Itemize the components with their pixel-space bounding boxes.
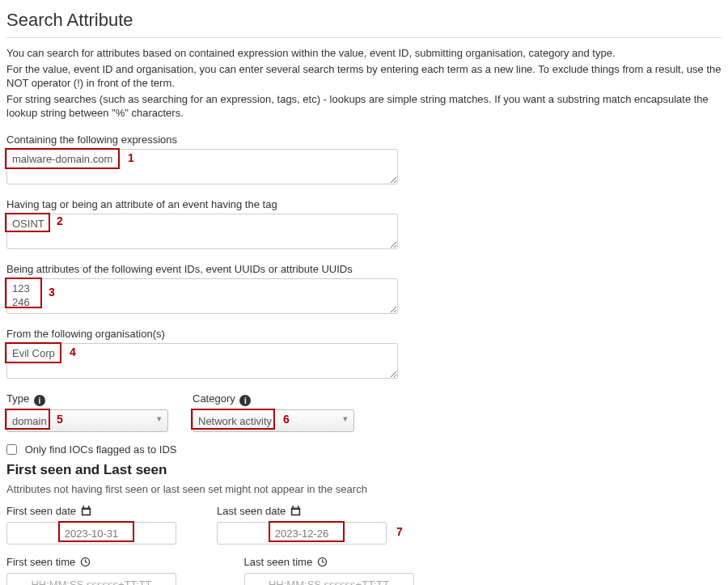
annotation-number-7: 7 xyxy=(396,525,403,538)
title-divider xyxy=(6,37,722,38)
first-seen-date-label: First seen date xyxy=(6,505,176,519)
last-seen-time-label: Last seen time xyxy=(244,556,442,570)
svg-rect-3 xyxy=(88,506,90,508)
info-icon: i xyxy=(239,395,251,406)
svg-line-15 xyxy=(322,562,324,563)
orgs-input[interactable] xyxy=(6,343,398,379)
svg-rect-7 xyxy=(298,506,299,508)
seen-subhelp: Attributes not having first seen or last… xyxy=(6,483,722,495)
last-seen-date-label: Last seen date xyxy=(217,505,387,519)
ids-checkbox-text: Only find IOCs flagged as to IDS xyxy=(25,443,177,456)
expressions-input[interactable] xyxy=(6,149,398,184)
first-seen-time-label: First seen time xyxy=(6,556,204,570)
calendar-icon xyxy=(81,506,91,519)
category-label: Category i xyxy=(193,392,354,407)
info-icon: i xyxy=(34,395,45,406)
page-title: Search Attribute xyxy=(6,10,722,31)
ids-label: Being attributes of the following event … xyxy=(6,263,722,275)
help-line: You can search for attributes based on c… xyxy=(6,46,722,61)
svg-rect-5 xyxy=(292,510,298,515)
category-select[interactable]: Network activity xyxy=(193,409,354,432)
type-select[interactable]: domain xyxy=(6,409,168,432)
clock-icon xyxy=(317,557,328,570)
tags-label: Having tag or being an attribute of an e… xyxy=(6,198,722,210)
last-seen-date-input[interactable] xyxy=(217,522,387,545)
help-line: For string searches (such as searching f… xyxy=(6,92,722,121)
ids-checkbox[interactable] xyxy=(6,444,17,455)
svg-rect-6 xyxy=(292,506,294,508)
svg-line-11 xyxy=(85,562,87,563)
orgs-label: From the following organisation(s) xyxy=(6,328,722,340)
type-label: Type i xyxy=(6,392,168,407)
help-line: For the value, event ID and organisation… xyxy=(6,62,722,91)
svg-rect-2 xyxy=(83,506,84,508)
svg-rect-1 xyxy=(83,510,89,515)
calendar-icon xyxy=(290,506,301,519)
ids-input[interactable] xyxy=(6,278,398,314)
seen-heading: First seen and Last seen xyxy=(6,462,722,478)
help-text: You can search for attributes based on c… xyxy=(6,46,722,121)
tags-input[interactable] xyxy=(6,214,398,249)
clock-icon xyxy=(80,557,91,570)
first-seen-date-input[interactable] xyxy=(6,522,176,545)
ids-checkbox-label[interactable]: Only find IOCs flagged as to IDS xyxy=(6,443,177,456)
expressions-label: Containing the following expressions xyxy=(6,134,722,146)
last-seen-time-input[interactable] xyxy=(244,573,414,585)
first-seen-time-input[interactable] xyxy=(6,573,176,585)
